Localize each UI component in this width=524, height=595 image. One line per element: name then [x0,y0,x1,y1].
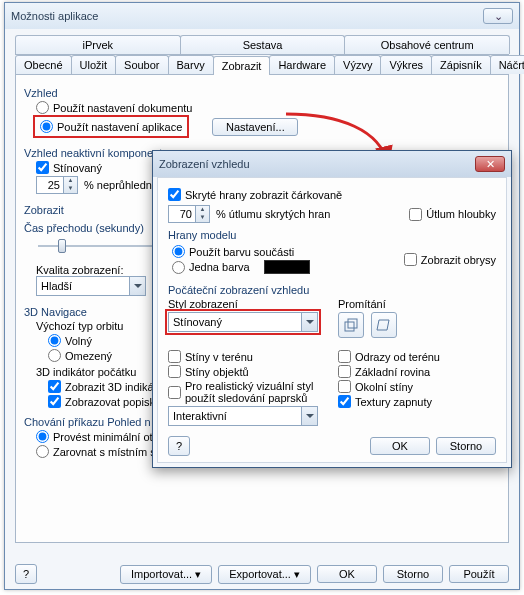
section-appearance: Vzhled [24,87,500,99]
check-ground-plane[interactable]: Základní rovina [338,365,496,378]
close-icon[interactable]: ✕ [475,156,505,172]
opacity-spinner[interactable]: ▲▼ [36,176,78,194]
radio-part-color[interactable]: Použít barvu součásti [172,245,392,258]
raytracing-combo[interactable]: Interaktivní [168,406,318,426]
check-ground-shadows[interactable]: Stíny v terénu [168,350,326,363]
dialog-title: Zobrazení vzhledu [159,158,472,170]
section-initial-display: Počáteční zobrazení vzhledu [168,284,496,296]
tab-soubor[interactable]: Soubor [115,55,168,74]
projection-label: Promítání [338,298,496,310]
style-label: Styl zobrazení [168,298,326,310]
check-hidden-dashed[interactable]: Skryté hrany zobrazit čárkovaně [168,188,496,201]
opacity-suffix: % neprůhledné [84,179,158,191]
supertab-row: iPrvek Sestava Obsahové centrum [15,35,509,55]
radio-use-document[interactable]: Použít nastavení dokumentu [36,101,500,114]
sysmenu-icon[interactable]: ⌄ [483,8,513,24]
dialog-help-icon[interactable]: ? [168,436,190,456]
svg-rect-1 [348,319,357,328]
check-ground-reflections[interactable]: Odrazy od terénu [338,350,496,363]
check-textures[interactable]: Textury zapnuty [338,395,496,408]
cancel-button[interactable]: Storno [383,565,443,583]
supertab-iprvek[interactable]: iPrvek [15,35,181,54]
tab-ulozit[interactable]: Uložit [71,55,117,74]
check-ambient-shadows[interactable]: Okolní stíny [338,380,496,393]
section-model-edges: Hrany modelu [168,229,496,241]
check-depth-dimming[interactable]: Útlum hloubky [409,208,496,221]
main-title: Možnosti aplikace [11,10,480,22]
tab-zobrazit[interactable]: Zobrazit [213,56,271,75]
export-button[interactable]: Exportovat... ▾ [218,565,311,584]
ok-button[interactable]: OK [317,565,377,583]
tab-hardware[interactable]: Hardware [269,55,335,74]
supertab-content-center[interactable]: Obsahové centrum [344,35,510,54]
settings-button[interactable]: Nastavení... [212,118,298,136]
dimming-spinner[interactable]: ▲▼ [168,205,210,223]
check-object-shadows[interactable]: Stíny objektů [168,365,326,378]
tab-vyzvy[interactable]: Výzvy [334,55,381,74]
transition-slider[interactable] [38,238,158,254]
dialog-cancel-button[interactable]: Storno [436,437,496,455]
quality-combo[interactable]: Hladší [36,276,146,296]
tab-nacrt[interactable]: Náčrt [490,55,524,74]
tab-obecne[interactable]: Obecné [15,55,72,74]
projection-perspective-icon[interactable] [338,312,364,338]
tab-barvy[interactable]: Barvy [168,55,214,74]
tab-vykres[interactable]: Výkres [380,55,432,74]
dialog-ok-button[interactable]: OK [370,437,430,455]
projection-ortho-icon[interactable] [371,312,397,338]
supertab-sestava[interactable]: Sestava [180,35,346,54]
help-icon[interactable]: ? [15,564,37,584]
check-raytracing[interactable]: Pro realistický vizuální styl použít sle… [168,380,326,404]
apply-button[interactable]: Použít [449,565,509,583]
radio-use-application[interactable]: Použít nastavení aplikace [36,118,186,135]
tab-row: Obecné Uložit Soubor Barvy Zobrazit Hard… [15,55,509,75]
check-silhouettes[interactable]: Zobrazit obrysy [404,243,496,276]
tab-zapisnik[interactable]: Zápisník [431,55,491,74]
appearance-dialog: Zobrazení vzhledu ✕ Skryté hrany zobrazi… [152,150,512,468]
import-button[interactable]: Importovat... ▾ [120,565,212,584]
svg-rect-0 [345,322,354,331]
style-combo[interactable]: Stínovaný [168,312,318,332]
radio-one-color[interactable]: Jedna barva [172,260,392,274]
dimming-suffix: % útlumu skrytých hran [216,208,330,220]
color-swatch[interactable] [264,260,310,274]
